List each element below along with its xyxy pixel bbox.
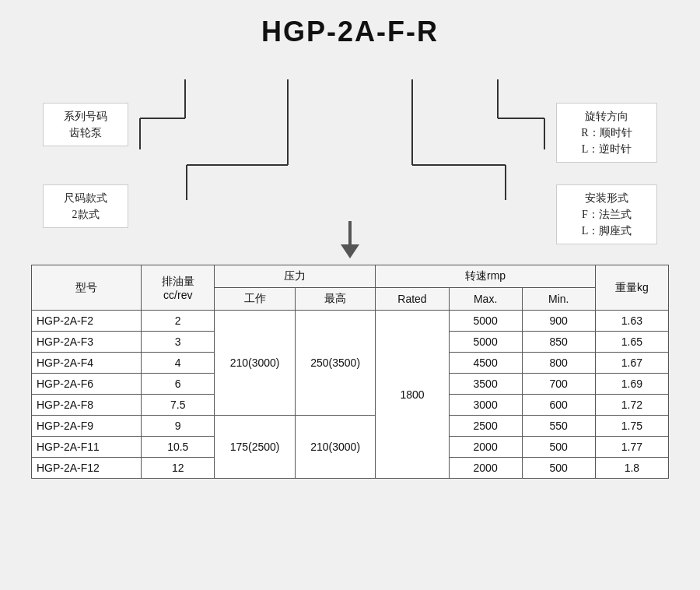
cell-max-rpm: 5000 bbox=[449, 311, 522, 332]
table-row: HGP-2A-F22210(3000)250(3500)180050009001… bbox=[32, 311, 669, 332]
cell-min-rpm: 900 bbox=[522, 311, 595, 332]
cell-max-rpm: 3000 bbox=[449, 395, 522, 416]
label-size: 尺码款式 2款式 bbox=[43, 184, 128, 228]
cell-weight: 1.69 bbox=[595, 374, 668, 395]
cell-max-pressure-2: 210(3000) bbox=[295, 416, 376, 479]
cell-max-rpm: 2000 bbox=[449, 437, 522, 458]
th-speed-min: Min. bbox=[522, 288, 595, 311]
cell-max-rpm: 5000 bbox=[449, 332, 522, 353]
cell-min-rpm: 850 bbox=[522, 332, 595, 353]
cell-disp: 9 bbox=[142, 416, 215, 437]
arrow-line bbox=[348, 221, 352, 244]
cell-work-pressure-2: 175(2500) bbox=[215, 416, 296, 479]
th-pressure-work: 工作 bbox=[215, 288, 296, 311]
cell-max-rpm: 2500 bbox=[449, 416, 522, 437]
cell-weight: 1.63 bbox=[595, 311, 668, 332]
cell-min-rpm: 500 bbox=[522, 458, 595, 479]
cell-max-pressure: 250(3500) bbox=[295, 311, 376, 416]
cell-disp: 3 bbox=[142, 332, 215, 353]
th-pressure-group: 压力 bbox=[215, 265, 376, 288]
cell-model: HGP-2A-F3 bbox=[32, 332, 142, 353]
main-title: HGP-2A-F-R bbox=[261, 16, 439, 47]
arrow-head bbox=[341, 244, 359, 258]
th-speed-rated: Rated bbox=[376, 288, 449, 311]
cell-min-rpm: 550 bbox=[522, 416, 595, 437]
th-speed-max: Max. bbox=[449, 288, 522, 311]
cell-disp: 6 bbox=[142, 374, 215, 395]
cell-max-rpm: 3500 bbox=[449, 374, 522, 395]
cell-weight: 1.67 bbox=[595, 353, 668, 374]
table-body: HGP-2A-F22210(3000)250(3500)180050009001… bbox=[32, 311, 669, 479]
label-mount: 安装形式 F：法兰式 L：脚座式 bbox=[556, 184, 657, 244]
cell-model: HGP-2A-F9 bbox=[32, 416, 142, 437]
cell-weight: 1.75 bbox=[595, 416, 668, 437]
cell-work-pressure: 210(3000) bbox=[215, 311, 296, 416]
cell-disp: 7.5 bbox=[142, 395, 215, 416]
cell-rated-speed: 1800 bbox=[376, 311, 449, 479]
specs-table: 型号 排油量 cc/rev 压力 转速rmp 重量kg 工作 最高 Rated … bbox=[31, 265, 669, 479]
label-rotation: 旋转方向 R：顺时针 L：逆时针 bbox=[556, 103, 657, 163]
cell-model: HGP-2A-F6 bbox=[32, 374, 142, 395]
cell-model: HGP-2A-F8 bbox=[32, 395, 142, 416]
th-displacement: 排油量 cc/rev bbox=[142, 265, 215, 311]
cell-min-rpm: 600 bbox=[522, 395, 595, 416]
title-section: HGP-2A-F-R bbox=[23, 16, 677, 48]
label-series: 系列号码 齿轮泵 bbox=[43, 103, 128, 146]
arrow-down bbox=[341, 221, 359, 258]
th-weight: 重量kg bbox=[595, 265, 668, 311]
th-pressure-max: 最高 bbox=[295, 288, 376, 311]
cell-min-rpm: 700 bbox=[522, 374, 595, 395]
cell-model: HGP-2A-F11 bbox=[32, 437, 142, 458]
cell-weight: 1.8 bbox=[595, 458, 668, 479]
cell-weight: 1.72 bbox=[595, 395, 668, 416]
cell-min-rpm: 500 bbox=[522, 437, 595, 458]
cell-model: HGP-2A-F12 bbox=[32, 458, 142, 479]
cell-disp: 2 bbox=[142, 311, 215, 332]
cell-min-rpm: 800 bbox=[522, 353, 595, 374]
cell-disp: 12 bbox=[142, 458, 215, 479]
diagram-section: 系列号码 齿轮泵 尺码款式 2款式 旋转方向 R：顺时针 L：逆时针 安装形式 … bbox=[31, 56, 669, 258]
th-model: 型号 bbox=[32, 265, 142, 311]
table-section: 型号 排油量 cc/rev 压力 转速rmp 重量kg 工作 最高 Rated … bbox=[31, 265, 669, 479]
page-content: HGP-2A-F-R bbox=[0, 0, 700, 590]
th-speed-group: 转速rmp bbox=[376, 265, 595, 288]
cell-model: HGP-2A-F4 bbox=[32, 353, 142, 374]
cell-max-rpm: 2000 bbox=[449, 458, 522, 479]
cell-weight: 1.65 bbox=[595, 332, 668, 353]
cell-model: HGP-2A-F2 bbox=[32, 311, 142, 332]
cell-disp: 4 bbox=[142, 353, 215, 374]
table-row: HGP-2A-F99175(2500)210(3000)25005501.75 bbox=[32, 416, 669, 437]
cell-disp: 10.5 bbox=[142, 437, 215, 458]
table-header-row-1: 型号 排油量 cc/rev 压力 转速rmp 重量kg bbox=[32, 265, 669, 288]
cell-max-rpm: 4500 bbox=[449, 353, 522, 374]
cell-weight: 1.77 bbox=[595, 437, 668, 458]
